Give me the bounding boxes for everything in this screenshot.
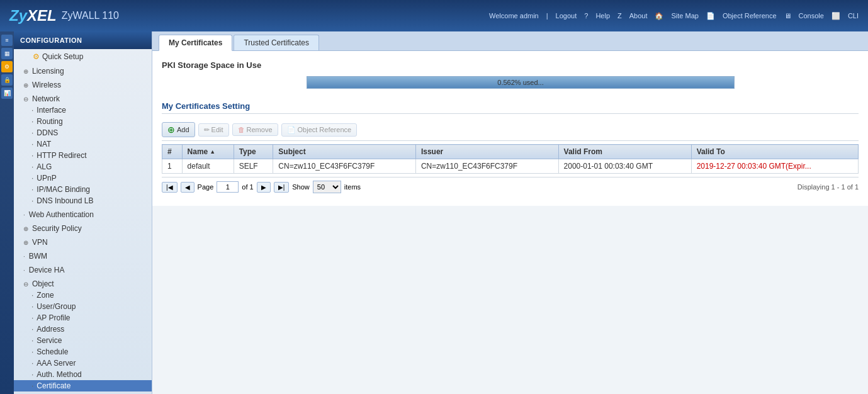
- page-last-button[interactable]: ▶|: [274, 182, 290, 193]
- sidebar-sub-label: DDNS: [37, 128, 58, 137]
- bullet-icon: ·: [31, 325, 33, 334]
- console-link[interactable]: Console: [799, 12, 824, 20]
- sidebar-item-label: Wireless: [32, 81, 61, 89]
- sidebar-item-isp-account[interactable]: · ISP Account: [14, 391, 152, 394]
- sidebar-item-address[interactable]: · Address: [14, 324, 152, 335]
- cell-type: SELF: [234, 159, 273, 174]
- sidebar-item-ap-profile[interactable]: · AP Profile: [14, 312, 152, 324]
- sidebar-item-upnp[interactable]: · UPnP: [14, 172, 152, 184]
- sidebar-item-zone[interactable]: · Zone: [14, 290, 152, 301]
- sidebar-item-ddns[interactable]: · DDNS: [14, 127, 152, 138]
- bullet-icon: ·: [31, 162, 33, 171]
- nav-section-bwm: · BWM: [14, 249, 152, 263]
- nav-sidebar: CONFIGURATION ⚙ Quick Setup ⊕ Licensing …: [14, 31, 152, 394]
- tab-label: Trusted Certificates: [244, 38, 309, 47]
- sidebar-item-label: Licensing: [32, 67, 64, 76]
- bullet-icon: ·: [31, 347, 33, 356]
- col-name[interactable]: Name ▲: [182, 145, 234, 159]
- brand-logo: ZyXEL: [9, 7, 57, 25]
- items-label: items: [344, 183, 361, 191]
- sidebar-item-ip-mac-binding[interactable]: · IP/MAC Binding: [14, 184, 152, 195]
- remove-label: Remove: [247, 126, 273, 133]
- logout-link[interactable]: Logout: [556, 12, 577, 20]
- quick-setup[interactable]: ⚙ Quick Setup: [14, 49, 152, 64]
- sidebar-sub-label: Service: [37, 336, 62, 345]
- page-label: Page: [198, 183, 214, 191]
- sitemap-link[interactable]: Site Map: [671, 12, 698, 20]
- sidebar-item-vpn[interactable]: ⊕ VPN: [14, 237, 152, 248]
- col-valid-to: Valid To: [691, 145, 858, 159]
- quicksetup-label: Quick Setup: [42, 52, 83, 61]
- cell-name: default: [182, 159, 234, 174]
- cell-valid-to: 2019-12-27 00:03:40 GMT(Expir...: [691, 159, 858, 174]
- bullet-icon: ·: [31, 185, 33, 194]
- sidebar-item-dns-inbound-lb[interactable]: · DNS Inbound LB: [14, 195, 152, 206]
- sidebar-item-interface[interactable]: · Interface: [14, 104, 152, 116]
- page-first-button[interactable]: |◀: [162, 182, 178, 193]
- sidebar-item-aaa-server[interactable]: · AAA Server: [14, 357, 152, 369]
- sidebar-item-auth-method[interactable]: · Auth. Method: [14, 369, 152, 380]
- table-body: 1 default SELF CN=zw110_EC43F6FC379F CN=…: [162, 159, 859, 174]
- nav-section-device-ha: · Device HA: [14, 263, 152, 277]
- help-link[interactable]: Help: [595, 12, 610, 20]
- tab-label: My Certificates: [169, 38, 222, 47]
- add-icon: ⊕: [167, 125, 175, 135]
- sidebar-item-schedule[interactable]: · Schedule: [14, 346, 152, 357]
- sidebar-sub-label: Certificate: [37, 381, 70, 390]
- tab-my-certificates[interactable]: My Certificates: [159, 35, 232, 51]
- show-select[interactable]: 50 25 100: [313, 181, 341, 193]
- object-reference-button[interactable]: 📄 Object Reference: [281, 123, 358, 137]
- sidebar-item-user-group[interactable]: · User/Group: [14, 301, 152, 312]
- add-button[interactable]: ⊕ Add: [162, 122, 195, 137]
- page-prev-button[interactable]: ◀: [181, 182, 194, 193]
- help-icon: ?: [584, 12, 588, 20]
- cli-link[interactable]: CLI: [848, 12, 859, 20]
- sidebar-icon-4[interactable]: 🔒: [1, 74, 13, 86]
- about-link[interactable]: About: [629, 12, 648, 20]
- remove-button[interactable]: 🗑 Remove: [232, 123, 278, 136]
- pagination: |◀ ◀ Page of 1 ▶ ▶| Show 50 25 100 items…: [162, 177, 859, 196]
- sidebar-item-routing[interactable]: · Routing: [14, 116, 152, 127]
- toolbar: ⊕ Add ✏ Edit 🗑 Remove 📄 Object Reference: [162, 119, 859, 141]
- table-row: 1 default SELF CN=zw110_EC43F6FC379F CN=…: [162, 159, 859, 174]
- sidebar-item-security-policy[interactable]: ⊕ Security Policy: [14, 223, 152, 234]
- cli-icon: ⬜: [831, 12, 840, 20]
- bullet-icon: ·: [31, 106, 33, 115]
- sidebar-item-http-redirect[interactable]: · HTTP Redirect: [14, 150, 152, 161]
- page-input[interactable]: [217, 181, 239, 193]
- sidebar-item-object[interactable]: ⊖ Object: [14, 278, 152, 290]
- sidebar-item-wireless[interactable]: ⊕ Wireless: [14, 79, 152, 91]
- sidebar-icon-2[interactable]: ▦: [1, 48, 13, 59]
- col-type: Type: [234, 145, 273, 159]
- sidebar-item-device-ha[interactable]: · Device HA: [14, 264, 152, 276]
- console-icon: 🖥: [784, 12, 791, 20]
- tabs-bar: My Certificates Trusted Certificates: [152, 31, 868, 51]
- separator: |: [546, 12, 548, 20]
- sidebar-item-label: Network: [32, 94, 60, 103]
- welcome-text: Welcome admin: [489, 12, 539, 20]
- tab-trusted-certificates[interactable]: Trusted Certificates: [234, 35, 319, 50]
- sidebar-sub-label: AP Profile: [37, 313, 70, 322]
- page-next-button[interactable]: ▶: [257, 182, 271, 193]
- sidebar-item-alg[interactable]: · ALG: [14, 161, 152, 172]
- z-icon: Z: [617, 12, 622, 20]
- sidebar-icon-1[interactable]: ≡: [1, 35, 13, 46]
- sidebar-item-service[interactable]: · Service: [14, 335, 152, 346]
- progress-bar-fill: 0.562% used...: [307, 77, 734, 88]
- nav-section-security-policy: ⊕ Security Policy: [14, 222, 152, 235]
- sidebar-item-network[interactable]: ⊖ Network: [14, 93, 152, 104]
- sidebar-item-nat[interactable]: · NAT: [14, 138, 152, 150]
- sidebar-icon-5[interactable]: 📊: [1, 87, 13, 99]
- object-reference-link[interactable]: Object Reference: [723, 12, 777, 20]
- sidebar-sub-label: ALG: [37, 162, 52, 171]
- icon-sidebar: ≡ ▦ ⚙ 🔒 📊: [0, 31, 14, 394]
- sidebar-item-web-auth[interactable]: · Web Authentication: [14, 209, 152, 220]
- sidebar-item-label: Object: [32, 279, 54, 288]
- sidebar-icon-3[interactable]: ⚙: [1, 61, 13, 72]
- edit-button[interactable]: ✏ Edit: [198, 123, 229, 137]
- sidebar-item-certificate[interactable]: · Certificate: [14, 380, 152, 391]
- sidebar-sub-label: User/Group: [37, 302, 76, 311]
- sort-asc-icon: ▲: [210, 149, 215, 155]
- sidebar-item-bwm[interactable]: · BWM: [14, 250, 152, 262]
- sidebar-item-licensing[interactable]: ⊕ Licensing: [14, 65, 152, 77]
